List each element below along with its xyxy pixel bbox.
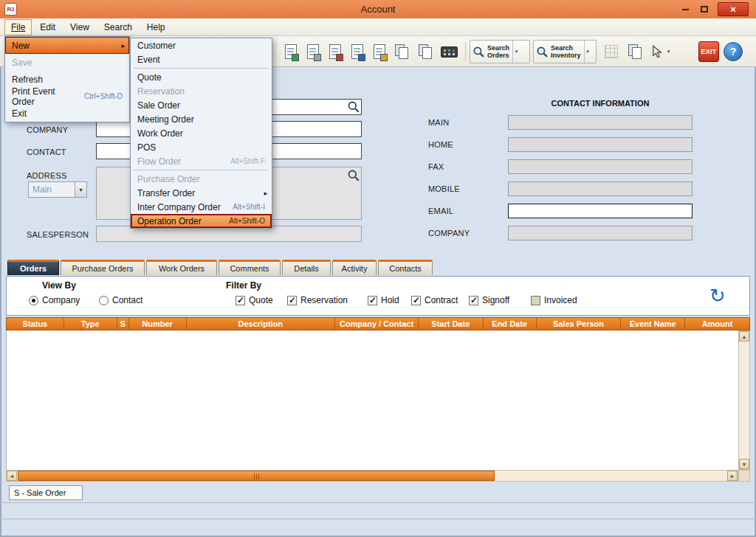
toolbar-copy-button[interactable] (625, 41, 645, 63)
filter-invoiced-checkbox[interactable] (531, 296, 540, 305)
maximize-button[interactable] (695, 3, 713, 15)
filter-quote-checkbox[interactable] (236, 296, 245, 305)
menu-item-pos[interactable]: POS (131, 140, 272, 154)
minimize-button[interactable] (676, 3, 694, 15)
chevron-down-icon[interactable]: ▾ (665, 41, 673, 63)
toolbar-pos-keyboard-button[interactable] (439, 41, 459, 63)
column-s[interactable]: S (117, 318, 129, 330)
shortcut-label: Ctrl+Shift-D (78, 92, 123, 100)
help-button[interactable]: ? (724, 42, 743, 61)
column-end-date[interactable]: End Date (484, 318, 537, 330)
tab-contacts[interactable]: Contacts (378, 260, 433, 275)
menu-item-quote[interactable]: Quote (131, 70, 272, 84)
tab-comments[interactable]: Comments (219, 260, 281, 275)
column-start-date[interactable]: Start Date (419, 318, 484, 330)
menu-item-customer[interactable]: Customer (131, 38, 272, 52)
exit-button[interactable]: EXIT (698, 41, 719, 62)
company-phone-label: COMPANY (428, 229, 470, 238)
menu-file[interactable]: File (4, 19, 32, 35)
shortcut-label: Alt+Shift-F (224, 157, 265, 165)
fax-field[interactable] (508, 159, 693, 174)
column-number[interactable]: Number (129, 318, 187, 330)
column-description[interactable]: Description (187, 318, 336, 330)
column-company-contact[interactable]: Company / Contact (335, 318, 419, 330)
search-inventory-label-line2: Inventory (551, 52, 581, 59)
tab-orders[interactable]: Orders (7, 260, 59, 275)
scroll-up-icon[interactable]: ▲ (739, 331, 749, 342)
requery-button[interactable]: ↻ (704, 281, 732, 311)
tab-details[interactable]: Details (282, 260, 331, 275)
toolbar-document-button-5[interactable] (369, 41, 390, 63)
tab-purchase-orders[interactable]: Purchase Orders (61, 260, 145, 275)
search-icon[interactable] (347, 169, 360, 182)
toolbar-document-button-1[interactable] (281, 41, 301, 63)
search-inventory-button[interactable]: Search Inventory ▾ (533, 40, 597, 63)
menu-item-work-order[interactable]: Work Order (131, 126, 272, 140)
column-amount[interactable]: Amount (685, 318, 749, 330)
document-icon (351, 44, 363, 59)
menu-item-event[interactable]: Event (131, 52, 272, 66)
menu-help[interactable]: Help (140, 19, 172, 35)
chevron-down-icon[interactable]: ▾ (584, 41, 591, 63)
scrollbar-corner (738, 470, 750, 482)
filter-contract-checkbox[interactable] (411, 296, 421, 305)
view-by-contact-radio[interactable] (99, 296, 109, 305)
main-phone-field[interactable] (508, 115, 693, 130)
toolbar-documents-stack-button-2[interactable] (415, 41, 436, 63)
email-field[interactable] (508, 204, 693, 218)
contact-label: CONTACT (27, 148, 66, 156)
view-by-company-radio[interactable] (29, 296, 38, 305)
address-type-dropdown[interactable]: Main ▼ (28, 181, 87, 198)
toolbar-document-button-4[interactable] (347, 41, 368, 63)
mobile-field[interactable] (508, 181, 693, 196)
scroll-right-icon[interactable]: ► (727, 471, 738, 481)
company-phone-field[interactable] (508, 226, 693, 240)
close-icon: × (730, 4, 736, 15)
toolbar-separator (465, 42, 466, 61)
column-status[interactable]: Status (7, 318, 64, 330)
menu-view[interactable]: View (63, 19, 96, 35)
tab-work-orders[interactable]: Work Orders (146, 260, 217, 275)
search-orders-button[interactable]: Search Orders ▾ (470, 40, 530, 63)
toolbar-document-button-3[interactable] (325, 41, 346, 63)
menu-item-sale-order[interactable]: Sale Order (131, 98, 272, 112)
search-icon[interactable] (347, 100, 360, 114)
menu-item-reservation[interactable]: Reservation (131, 84, 272, 98)
documents-stack-icon (419, 44, 433, 60)
scrollbar-thumb[interactable] (18, 471, 495, 481)
menu-item-inter-company-order[interactable]: Inter Company Order Alt+Shift-I (131, 200, 272, 214)
scroll-left-icon[interactable]: ◄ (7, 471, 17, 481)
chevron-down-icon[interactable]: ▼ (75, 182, 86, 197)
home-phone-field[interactable] (508, 137, 693, 152)
tab-activity[interactable]: Activity (332, 260, 377, 275)
vertical-scrollbar[interactable]: ▲ ▼ (738, 330, 750, 470)
menu-item-purchase-order[interactable]: Purchase Order (131, 172, 272, 186)
close-button[interactable]: × (718, 2, 749, 16)
toolbar-grid-button[interactable] (601, 41, 622, 63)
menu-edit[interactable]: Edit (33, 19, 62, 35)
toolbar-pointer-button[interactable]: ▾ (648, 41, 675, 63)
menu-item-meeting-order[interactable]: Meeting Order (131, 112, 272, 126)
menu-item-print-event-order[interactable]: Print Event Order Ctrl+Shift-D (5, 88, 129, 105)
column-event-name[interactable]: Event Name (621, 318, 685, 330)
column-type[interactable]: Type (64, 318, 117, 330)
chevron-down-icon[interactable]: ▾ (512, 41, 520, 63)
menu-item-operation-order[interactable]: Operation Order Alt+Shift-O (131, 214, 272, 228)
filter-reservation-checkbox[interactable] (287, 296, 297, 305)
scroll-down-icon[interactable]: ▼ (739, 459, 749, 469)
filter-signoff-checkbox[interactable] (469, 296, 478, 305)
menu-separator (134, 170, 269, 170)
menu-item-save[interactable]: Save (5, 54, 129, 71)
column-sales-person[interactable]: Sales Person (537, 318, 622, 330)
menu-item-flow-order[interactable]: Flow Order Alt+Shift-F (131, 154, 272, 168)
menu-item-transfer-order[interactable]: Transfer Order (131, 186, 272, 200)
menu-item-exit[interactable]: Exit (5, 105, 129, 122)
filter-hold-checkbox[interactable] (368, 296, 377, 305)
horizontal-scrollbar[interactable]: ◄ ► (6, 470, 738, 482)
menu-search[interactable]: Search (97, 19, 139, 35)
toolbar-document-button-2[interactable] (303, 41, 323, 63)
search-icon (472, 46, 485, 58)
menu-item-new[interactable]: New (5, 37, 129, 54)
titlebar[interactable]: R2 Account × (0, 0, 756, 18)
toolbar-documents-stack-button-1[interactable] (391, 41, 412, 63)
